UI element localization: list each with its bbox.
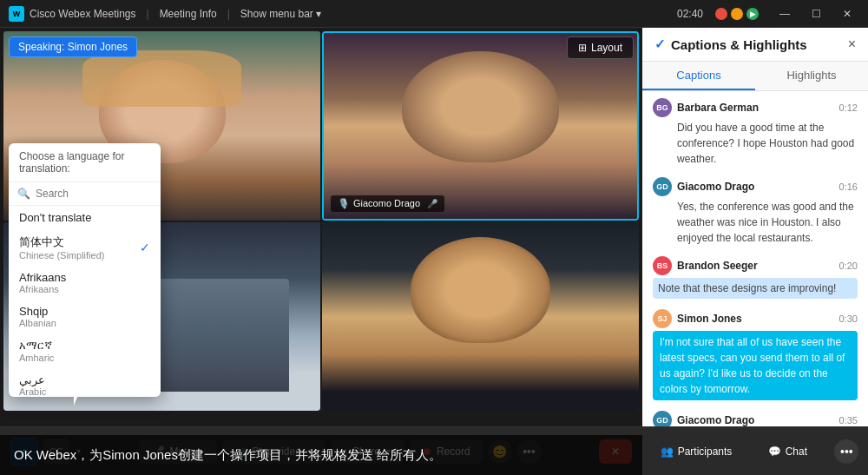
avatar-gd2: GD: [653, 411, 672, 426]
translation-list: Don't translate 简体中文 Chinese (Simplified…: [9, 206, 161, 397]
translation-option-sq[interactable]: Shqip Albanian: [9, 300, 161, 333]
panel-title: ✓ Captions & Highlights: [654, 36, 807, 52]
panel-header: ✓ Captions & Highlights ×: [642, 28, 868, 62]
search-icon: 🔍: [17, 188, 30, 200]
avatar-bs: BS: [653, 256, 672, 275]
translation-search-input[interactable]: [36, 188, 161, 200]
tab-captions[interactable]: Captions: [642, 62, 755, 90]
msg-text-barbara: Did you have a good time at the conferen…: [653, 120, 858, 167]
message-brandon: BS Brandon Seeger 0:20 Note that these d…: [653, 256, 858, 299]
status-dot-green: ▶: [746, 8, 759, 20]
chat-button[interactable]: 💬 Chat: [760, 440, 816, 463]
msg-header-simon: SJ Simon Jones 0:30: [653, 309, 858, 328]
translation-option-zh-cn[interactable]: 简体中文 Chinese (Simplified) ✓: [9, 229, 161, 266]
msg-header-brandon: BS Brandon Seeger 0:20: [653, 256, 858, 275]
maximize-button[interactable]: ☐: [804, 5, 828, 23]
panel-tabs: Captions Highlights: [642, 62, 868, 91]
avatar-sj: SJ: [653, 309, 672, 328]
status-indicators: ▶: [715, 8, 759, 20]
show-menu-btn[interactable]: Show menu bar ▾: [240, 8, 321, 20]
translation-header: Choose a language for translation:: [9, 143, 161, 182]
tab-highlights[interactable]: Highlights: [755, 62, 868, 90]
layout-button[interactable]: ⊞ Layout: [567, 36, 634, 59]
translation-option-ar[interactable]: عربي Arabic: [9, 368, 161, 397]
status-dot-red: [715, 8, 727, 20]
minimize-button[interactable]: —: [773, 5, 797, 23]
meeting-info-link[interactable]: Meeting Info: [160, 8, 217, 20]
translation-option-af[interactable]: Afrikaans Afrikaans: [9, 266, 161, 300]
meeting-timer: 02:40: [677, 8, 703, 20]
msg-header-giacomo1: GD Giacomo Drago 0:16: [653, 177, 858, 196]
translation-search-row[interactable]: 🔍: [9, 182, 161, 206]
mouse-cursor: [74, 395, 82, 409]
message-barbara: BG Barbara German 0:12 Did you have a go…: [653, 98, 858, 167]
participants-icon: 👥: [661, 445, 674, 458]
speaking-badge: Speaking: Simon Jones: [9, 36, 137, 57]
video-name-giacomo: 🎙️ Giacomo Drago 🎤: [331, 195, 444, 212]
msg-text-brandon: Note that these designs are improving!: [653, 278, 858, 299]
caption-overlay: OK Webex，为Simon Jones创建一个操作项目，并将规格发送 给所有…: [0, 435, 642, 476]
panel-bottom-bar: 👥 Participants 💬 Chat •••: [642, 426, 868, 475]
participants-button[interactable]: 👥 Participants: [652, 440, 741, 463]
video-area: Speaking: Simon Jones ⊞ Layout 🎙️ Giacom: [0, 28, 642, 475]
panel-close-button[interactable]: ×: [848, 36, 856, 52]
right-panel: ✓ Captions & Highlights × Captions Highl…: [642, 28, 868, 475]
msg-header-barbara: BG Barbara German 0:12: [653, 98, 858, 117]
checkmark-icon: ✓: [140, 241, 150, 254]
msg-text-giacomo1: Yes, the conference was good and the wea…: [653, 199, 858, 246]
panel-more-button[interactable]: •••: [834, 439, 858, 464]
translation-option-am[interactable]: አማርኛ Amharic: [9, 333, 161, 368]
cisco-icon: W: [9, 6, 24, 22]
caption-messages: BG Barbara German 0:12 Did you have a go…: [642, 91, 868, 426]
avatar-gd: GD: [653, 177, 672, 196]
close-button[interactable]: ✕: [835, 5, 859, 23]
msg-text-simon: I'm not sure that all of us have seen th…: [653, 331, 858, 400]
message-simon: SJ Simon Jones 0:30 I'm not sure that al…: [653, 309, 858, 400]
title-bar: W Cisco Webex Meetings | Meeting Info | …: [0, 0, 868, 28]
msg-header-giacomo2: GD Giacomo Drago 0:35: [653, 411, 858, 426]
status-dot-orange: [731, 8, 743, 20]
app-title: Cisco Webex Meetings: [30, 8, 136, 20]
message-giacomo1: GD Giacomo Drago 0:16 Yes, the conferenc…: [653, 177, 858, 246]
panel-more-icon: •••: [840, 445, 853, 459]
video-cell-giacomo: 🎙️ Giacomo Drago 🎤: [322, 31, 639, 221]
app-logo: W Cisco Webex Meetings: [9, 6, 136, 22]
message-giacomo2: GD Giacomo Drago 0:35 OK Webex, create a…: [653, 411, 858, 426]
chat-icon: 💬: [768, 445, 781, 458]
translation-dropdown[interactable]: Choose a language for translation: 🔍 Don…: [9, 143, 161, 397]
translation-option-none[interactable]: Don't translate: [9, 206, 161, 229]
layout-icon: ⊞: [578, 42, 587, 54]
checkmark-panel-icon: ✓: [654, 36, 666, 52]
avatar-bg: BG: [653, 98, 672, 117]
video-cell-person4: [322, 222, 639, 412]
